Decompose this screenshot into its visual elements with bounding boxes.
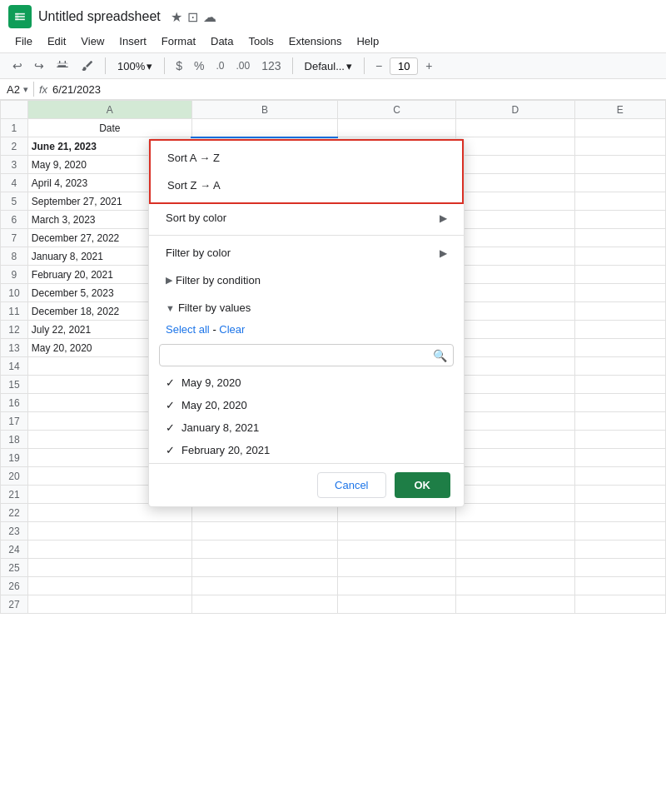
cell-e19[interactable] — [574, 449, 666, 467]
cell-ref-arrow[interactable]: ▾ — [23, 84, 28, 95]
filter-list-item[interactable]: ✓May 20, 2020 — [149, 394, 464, 416]
cell-d24[interactable] — [456, 541, 574, 559]
ok-button[interactable]: OK — [395, 472, 451, 498]
cell-c24[interactable] — [337, 541, 455, 559]
cell-d12[interactable] — [456, 321, 574, 339]
decimal-decrease-button[interactable]: .0 — [212, 57, 229, 74]
cell-d15[interactable] — [456, 376, 574, 394]
filter-list-item[interactable]: ✓February 20, 2021 — [149, 439, 464, 461]
font-size-decrease-button[interactable]: − — [371, 57, 386, 75]
cell-a26[interactable] — [27, 577, 191, 595]
cell-e7[interactable] — [574, 229, 666, 247]
cell-a1[interactable]: Date — [27, 119, 191, 137]
cell-d23[interactable] — [456, 522, 574, 541]
cell-a27[interactable] — [27, 595, 191, 614]
number-format-button[interactable]: 123 — [257, 57, 285, 75]
menu-insert[interactable]: Insert — [112, 32, 153, 51]
filter-search-input[interactable] — [159, 344, 454, 366]
cell-d27[interactable] — [456, 595, 574, 614]
cell-e10[interactable] — [574, 284, 666, 302]
font-selector[interactable]: Defaul... ▾ — [300, 58, 357, 74]
clear-link[interactable]: Clear — [219, 323, 245, 336]
cell-d22[interactable] — [456, 504, 574, 522]
cell-e2[interactable] — [574, 137, 666, 156]
cell-e6[interactable] — [574, 211, 666, 229]
cloud-icon[interactable]: ☁ — [203, 9, 216, 25]
cell-d26[interactable] — [456, 577, 574, 595]
cell-e13[interactable] — [574, 339, 666, 357]
cell-e16[interactable] — [574, 394, 666, 412]
sort-za-item[interactable]: Sort Z → A — [151, 172, 462, 199]
cell-a23[interactable] — [27, 522, 191, 541]
cell-d7[interactable] — [456, 229, 574, 247]
font-size-input[interactable] — [390, 57, 418, 75]
cell-e8[interactable] — [574, 247, 666, 266]
cell-e4[interactable] — [574, 174, 666, 192]
cell-d2[interactable] — [456, 137, 574, 156]
cancel-button[interactable]: Cancel — [317, 472, 385, 498]
cell-e5[interactable] — [574, 192, 666, 211]
cell-d14[interactable] — [456, 357, 574, 376]
cell-d25[interactable] — [456, 559, 574, 577]
cell-b24[interactable] — [191, 541, 337, 559]
cell-e17[interactable] — [574, 412, 666, 431]
menu-tools[interactable]: Tools — [241, 32, 280, 51]
cell-e1[interactable] — [574, 119, 666, 137]
cell-d16[interactable] — [456, 394, 574, 412]
zoom-selector[interactable]: 100% ▾ — [112, 58, 157, 74]
cell-d10[interactable] — [456, 284, 574, 302]
menu-view[interactable]: View — [74, 32, 111, 51]
menu-format[interactable]: Format — [155, 32, 202, 51]
camera-icon[interactable]: ⊡ — [187, 9, 198, 25]
decimal-increase-button[interactable]: .00 — [232, 57, 255, 74]
cell-d3[interactable] — [456, 156, 574, 174]
cell-b27[interactable] — [191, 595, 337, 614]
percent-format-button[interactable]: % — [190, 57, 208, 75]
cell-e24[interactable] — [574, 541, 666, 559]
col-header-d[interactable]: D — [456, 101, 574, 119]
cell-d9[interactable] — [456, 266, 574, 284]
cell-c27[interactable] — [337, 595, 455, 614]
cell-b1[interactable] — [191, 119, 337, 137]
cell-b26[interactable] — [191, 577, 337, 595]
cell-d8[interactable] — [456, 247, 574, 266]
cell-e26[interactable] — [574, 577, 666, 595]
menu-help[interactable]: Help — [350, 32, 385, 51]
cell-e23[interactable] — [574, 522, 666, 541]
dollar-format-button[interactable]: $ — [171, 57, 186, 75]
cell-e15[interactable] — [574, 376, 666, 394]
menu-edit[interactable]: Edit — [41, 32, 72, 51]
cell-d20[interactable] — [456, 467, 574, 486]
cell-e21[interactable] — [574, 486, 666, 504]
filter-by-condition-item[interactable]: ▶ Filter by condition — [149, 267, 464, 294]
cell-d5[interactable] — [456, 192, 574, 211]
cell-c26[interactable] — [337, 577, 455, 595]
sort-by-color-item[interactable]: Sort by color ▶ — [149, 204, 464, 232]
cell-d6[interactable] — [456, 211, 574, 229]
menu-extensions[interactable]: Extensions — [282, 32, 349, 51]
filter-list-item[interactable]: ✓May 9, 2020 — [149, 371, 464, 394]
cell-e14[interactable] — [574, 357, 666, 376]
cell-e9[interactable] — [574, 266, 666, 284]
cell-d18[interactable] — [456, 431, 574, 449]
cell-e27[interactable] — [574, 595, 666, 614]
cell-e22[interactable] — [574, 504, 666, 522]
cell-b25[interactable] — [191, 559, 337, 577]
menu-file[interactable]: File — [8, 32, 39, 51]
cell-b23[interactable] — [191, 522, 337, 541]
undo-button[interactable]: ↩ — [8, 57, 27, 75]
cell-a24[interactable] — [27, 541, 191, 559]
filter-by-color-item[interactable]: Filter by color ▶ — [149, 239, 464, 267]
format-paint-button[interactable] — [77, 57, 98, 75]
col-header-e[interactable]: E — [574, 101, 666, 119]
cell-e20[interactable] — [574, 467, 666, 486]
cell-e18[interactable] — [574, 431, 666, 449]
print-button[interactable] — [52, 57, 73, 75]
cell-d1[interactable] — [456, 119, 574, 137]
redo-button[interactable]: ↪ — [30, 57, 48, 75]
cell-c25[interactable] — [337, 559, 455, 577]
cell-c23[interactable] — [337, 522, 455, 541]
col-header-a[interactable]: A — [27, 101, 191, 119]
filter-by-values-item[interactable]: ▼ Filter by values — [149, 294, 464, 321]
cell-d17[interactable] — [456, 412, 574, 431]
